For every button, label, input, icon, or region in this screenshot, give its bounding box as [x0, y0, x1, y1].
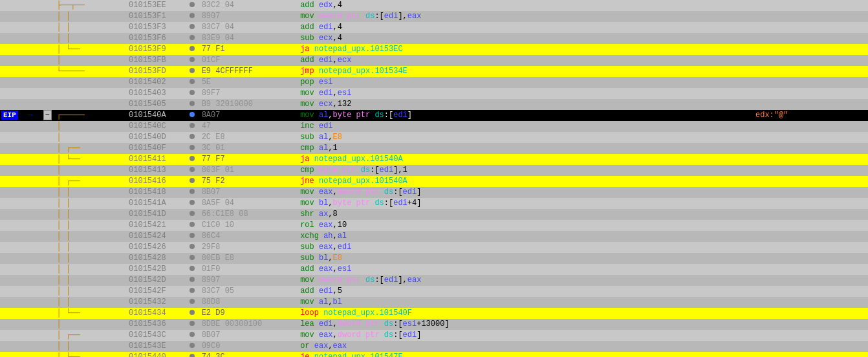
opcode-bytes: 8907 [201, 275, 299, 286]
eip-indicator [0, 264, 27, 275]
table-row[interactable]: ├──┬──010153EE83C2 04add edx,4 [0, 0, 868, 11]
opcode-bytes: 47 [201, 121, 299, 132]
table-row[interactable]: │ │ 0101542880EB E8sub bl,E8 [0, 253, 868, 264]
breakpoint-dot[interactable] [188, 154, 201, 165]
instruction: mov bl,byte ptr ds:[edi+4] [299, 198, 754, 209]
breakpoint-dot[interactable] [188, 187, 201, 198]
collapse-button [42, 209, 56, 220]
table-row[interactable]: │ 010154368DBE 00300100lea edi,dword ptr… [0, 319, 868, 330]
table-row[interactable]: │ │ 0101542B01F0add eax,esi [0, 264, 868, 275]
breakpoint-dot[interactable] [188, 22, 201, 33]
breakpoint-dot[interactable] [188, 33, 201, 44]
table-row[interactable]: │ │ 0101542629F8sub eax,edi [0, 242, 868, 253]
eip-arrow [27, 22, 41, 33]
graph-cell: │ │ [56, 286, 127, 297]
table-row[interactable]: │ └──010153F977 F1ja notepad_upx.10153EC [0, 44, 868, 55]
table-row[interactable]: │ │ 01015421C1C0 10rol eax,10 [0, 220, 868, 231]
table-row[interactable]: │ 01015413803F 01cmp byte ptr ds:[edi],1 [0, 165, 868, 176]
eip-arrow [27, 132, 41, 143]
eip-indicator [0, 187, 27, 198]
table-row[interactable]: │ └──0101541177 F7ja notepad_upx.101540A [0, 154, 868, 165]
instruction: mov dword ptr ds:[edi],eax [299, 11, 754, 22]
table-row[interactable]: └─────010153FDE9 4CFFFFFFjmp notepad_upx… [0, 66, 868, 77]
table-row[interactable]: │ │ 0101542F83C7 05add edi,5 [0, 286, 868, 297]
address: 01015428 [127, 253, 188, 264]
eip-indicator [0, 275, 27, 286]
eip-indicator [0, 66, 27, 77]
table-row[interactable]: │ │ 0101543E09C0or eax,eax [0, 341, 868, 352]
breakpoint-dot[interactable] [188, 220, 201, 231]
address: 0101542F [127, 286, 188, 297]
breakpoint-dot[interactable] [188, 99, 201, 110]
table-row[interactable]: │ └──01015434E2 D9loop notepad_upx.10154… [0, 308, 868, 319]
breakpoint-dot[interactable] [188, 11, 201, 22]
table-row[interactable]: │ └──0101544074 3Cje notepad_upx.101547E [0, 352, 868, 357]
eip-arrow [27, 11, 41, 22]
instruction: jne notepad_upx.101540A [299, 176, 754, 187]
breakpoint-dot[interactable] [188, 242, 201, 253]
table-row[interactable]: 010154025Epop esi [0, 77, 868, 88]
breakpoint-dot[interactable] [188, 231, 201, 242]
collapse-button[interactable]: − [42, 110, 56, 121]
table-row[interactable]: │ 0101540D2C E8sub al,E8 [0, 132, 868, 143]
collapse-button [42, 341, 56, 352]
instruction: mov dword ptr ds:[edi],eax [299, 275, 754, 286]
table-row[interactable]: │ │ 0101541A8A5F 04mov bl,byte ptr ds:[e… [0, 198, 868, 209]
breakpoint-dot[interactable] [188, 330, 201, 341]
breakpoint-dot[interactable] [188, 132, 201, 143]
table-row[interactable]: 01015405B9 32010000mov ecx,132 [0, 99, 868, 110]
breakpoint-dot[interactable] [188, 308, 201, 319]
instruction: sub eax,edi [299, 242, 754, 253]
breakpoint-dot[interactable] [188, 341, 201, 352]
table-row[interactable]: │ │ 0101543288D8mov al,bl [0, 297, 868, 308]
table-row[interactable]: │ ┌──0101541675 F2jne notepad_upx.101540… [0, 176, 868, 187]
table-row[interactable]: │ │ 010153F683E9 04sub ecx,4 [0, 33, 868, 44]
table-row[interactable]: │ │ 010153F383C7 04add edi,4 [0, 22, 868, 33]
breakpoint-dot[interactable] [188, 121, 201, 132]
comment [754, 11, 868, 22]
table-row[interactable]: │ │ 0101542D8907mov dword ptr ds:[edi],e… [0, 275, 868, 286]
instruction: loop notepad_upx.101540F [299, 308, 754, 319]
table-row[interactable]: │ 0101540C47inc edi [0, 121, 868, 132]
table-row[interactable]: │ ┌──0101540F3C 01cmp al,1 [0, 143, 868, 154]
breakpoint-dot[interactable] [188, 198, 201, 209]
table-row[interactable]: │ │ 010154188B07mov eax,dword ptr ds:[ed… [0, 187, 868, 198]
comment [754, 275, 868, 286]
breakpoint-dot[interactable] [188, 165, 201, 176]
collapse-button [42, 253, 56, 264]
table-row[interactable]: │ ┌──0101543C8B07mov eax,dword ptr ds:[e… [0, 330, 868, 341]
breakpoint-dot[interactable] [188, 88, 201, 99]
breakpoint-dot[interactable] [188, 55, 201, 66]
breakpoint-dot[interactable] [188, 275, 201, 286]
comment [754, 187, 868, 198]
breakpoint-dot[interactable] [188, 352, 201, 357]
comment [754, 330, 868, 341]
table-row[interactable]: │ 010153FB01CFadd edi,ecx [0, 55, 868, 66]
eip-arrow [27, 352, 41, 357]
table-row[interactable]: │ │ 0101542486C4xchg ah,al [0, 231, 868, 242]
table-row[interactable]: │ │ 0101541D66:C1E8 08shr ax,8 [0, 209, 868, 220]
collapse-button [42, 165, 56, 176]
breakpoint-dot[interactable] [188, 44, 201, 55]
breakpoint-dot[interactable] [188, 264, 201, 275]
breakpoint-dot[interactable] [188, 319, 201, 330]
graph-cell: │ [56, 132, 127, 143]
table-row[interactable]: 0101540389F7mov edi,esi [0, 88, 868, 99]
breakpoint-dot[interactable] [188, 297, 201, 308]
eip-arrow [27, 88, 41, 99]
breakpoint-dot[interactable] [188, 209, 201, 220]
breakpoint-dot[interactable] [188, 0, 201, 11]
breakpoint-dot[interactable] [188, 286, 201, 297]
table-row[interactable]: │ │ 010153F18907mov dword ptr ds:[edi],e… [0, 11, 868, 22]
breakpoint-dot[interactable] [188, 66, 201, 77]
address: 010153EE [127, 0, 188, 11]
comment [754, 308, 868, 319]
breakpoint-dot[interactable] [188, 253, 201, 264]
breakpoint-dot[interactable] [188, 176, 201, 187]
graph-cell [56, 99, 127, 110]
eip-arrow [27, 198, 41, 209]
breakpoint-dot[interactable] [188, 110, 201, 121]
table-row[interactable]: EIP→−┌─────0101540A8A07mov al,byte ptr d… [0, 110, 868, 121]
breakpoint-dot[interactable] [188, 143, 201, 154]
breakpoint-dot[interactable] [188, 77, 201, 88]
